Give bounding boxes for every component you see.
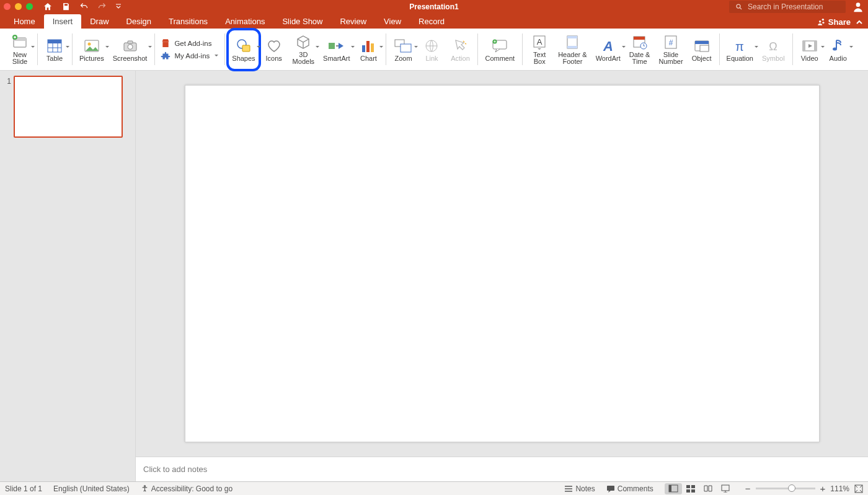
- reading-view-button[interactable]: [699, 483, 717, 494]
- qat-dropdown-icon[interactable]: [115, 4, 122, 10]
- svg-point-0: [737, 4, 740, 8]
- zoom-slider[interactable]: [756, 488, 815, 489]
- zoom-controls: − + 111%: [745, 483, 863, 494]
- ribbon-collapse-icon[interactable]: [856, 19, 863, 26]
- zoom-in-button[interactable]: +: [820, 483, 826, 494]
- header-footer-label: Header & Footer: [558, 51, 587, 65]
- tab-insert[interactable]: Insert: [44, 14, 82, 29]
- fit-to-window-button[interactable]: [854, 484, 863, 493]
- language-indicator[interactable]: English (United States): [53, 484, 130, 493]
- comment-button[interactable]: Comment: [481, 30, 518, 69]
- tab-view[interactable]: View: [375, 14, 410, 29]
- sorter-view-button[interactable]: [682, 483, 699, 494]
- accessibility-status[interactable]: Accessibility: Good to go: [141, 484, 232, 493]
- new-slide-button[interactable]: New Slide: [6, 30, 33, 69]
- video-label: Video: [801, 55, 818, 62]
- tab-draw[interactable]: Draw: [81, 14, 117, 29]
- share-label: Share: [828, 17, 851, 27]
- svg-rect-51: [686, 489, 690, 493]
- svg-point-1: [856, 2, 861, 7]
- pictures-label: Pictures: [79, 55, 104, 62]
- group-text: A Text Box Header & Footer A: [522, 29, 719, 70]
- tab-review[interactable]: Review: [331, 14, 375, 29]
- redo-icon[interactable]: [97, 2, 107, 11]
- slide-thumbnail-panel[interactable]: 1: [0, 71, 135, 481]
- header-footer-button[interactable]: Header & Footer: [554, 30, 590, 69]
- wordart-button[interactable]: A WordArt: [592, 30, 624, 69]
- slide-canvas-area[interactable]: [135, 71, 868, 457]
- icons-button[interactable]: Icons: [260, 30, 288, 69]
- zoom-percentage[interactable]: 111%: [830, 484, 849, 493]
- tab-slide-show[interactable]: Slide Show: [273, 14, 331, 29]
- search-input[interactable]: [746, 2, 839, 12]
- text-box-button[interactable]: A Text Box: [526, 30, 553, 69]
- undo-icon[interactable]: [79, 2, 89, 11]
- normal-view-button[interactable]: [665, 483, 682, 494]
- thumbnail-row[interactable]: 1: [2, 76, 131, 138]
- tab-record[interactable]: Record: [410, 14, 453, 29]
- svg-rect-17: [362, 45, 365, 52]
- slide-canvas[interactable]: [185, 85, 820, 442]
- notes-toggle[interactable]: Notes: [564, 484, 595, 493]
- shapes-icon: [236, 38, 252, 53]
- slide-counter[interactable]: Slide 1 of 1: [5, 484, 42, 493]
- fullscreen-window-icon[interactable]: [26, 3, 33, 10]
- slideshow-view-button[interactable]: [717, 483, 734, 494]
- home-icon[interactable]: [43, 2, 53, 12]
- close-window-icon[interactable]: [4, 3, 11, 10]
- date-time-button[interactable]: Date & Time: [626, 30, 654, 69]
- account-avatar-icon[interactable]: [852, 1, 864, 13]
- screenshot-label: Screenshot: [113, 55, 148, 62]
- link-icon: [424, 39, 439, 53]
- accessibility-icon: [141, 484, 149, 493]
- screenshot-button[interactable]: Screenshot: [109, 30, 151, 69]
- svg-rect-50: [691, 485, 695, 488]
- models3d-label: 3D Models: [293, 51, 314, 65]
- tab-design[interactable]: Design: [118, 14, 160, 29]
- get-addins-button[interactable]: Get Add-ins: [161, 38, 218, 48]
- sorter-view-icon: [686, 484, 696, 493]
- get-addins-label: Get Add-ins: [174, 40, 211, 47]
- svg-text:A: A: [603, 38, 613, 53]
- window-controls[interactable]: [4, 3, 33, 10]
- presentation-search[interactable]: [729, 1, 846, 13]
- slide-number-button[interactable]: # Slide Number: [655, 30, 686, 69]
- comments-toggle[interactable]: Comments: [606, 484, 653, 493]
- group-tables: Table: [37, 29, 72, 70]
- object-button[interactable]: Object: [688, 30, 715, 69]
- chart-button[interactable]: Chart: [355, 30, 382, 69]
- shapes-button[interactable]: Shapes: [228, 30, 259, 69]
- header-footer-icon: [565, 35, 579, 50]
- action-button: Action: [446, 30, 474, 69]
- minimize-window-icon[interactable]: [15, 3, 22, 10]
- models3d-button[interactable]: 3D Models: [289, 30, 318, 69]
- smartart-button[interactable]: SmartArt: [319, 30, 353, 69]
- new-slide-icon: [12, 35, 28, 50]
- svg-rect-52: [691, 489, 695, 493]
- video-button[interactable]: Video: [796, 30, 823, 69]
- wordart-label: WordArt: [596, 55, 621, 62]
- save-icon[interactable]: [61, 2, 71, 11]
- equation-button[interactable]: π Equation: [723, 30, 757, 69]
- tab-transitions[interactable]: Transitions: [160, 14, 216, 29]
- svg-rect-18: [366, 41, 370, 52]
- pictures-button[interactable]: Pictures: [76, 30, 108, 69]
- zoom-slider-thumb[interactable]: [788, 484, 795, 492]
- zoom-icon: [394, 39, 412, 53]
- notes-placeholder: Click to add notes: [143, 465, 207, 474]
- shapes-label: Shapes: [232, 55, 255, 62]
- share-button[interactable]: Share: [817, 17, 851, 27]
- zoom-out-button[interactable]: −: [745, 483, 751, 494]
- ribbon-tabs: Home Insert Draw Design Transitions Anim…: [0, 13, 868, 29]
- notes-pane[interactable]: Click to add notes: [135, 457, 868, 481]
- thumbnail-slide-1[interactable]: [14, 76, 123, 138]
- tab-home[interactable]: Home: [5, 14, 44, 29]
- comments-icon: [606, 485, 615, 493]
- group-illustrations: Shapes Icons 3D Models: [224, 29, 386, 70]
- my-addins-button[interactable]: My Add-ins: [161, 51, 218, 61]
- zoom-button[interactable]: Zoom: [389, 30, 417, 69]
- audio-button[interactable]: Audio: [825, 30, 852, 69]
- table-button[interactable]: Table: [41, 30, 68, 69]
- tab-animations[interactable]: Animations: [216, 14, 273, 29]
- svg-text:#: #: [669, 38, 673, 47]
